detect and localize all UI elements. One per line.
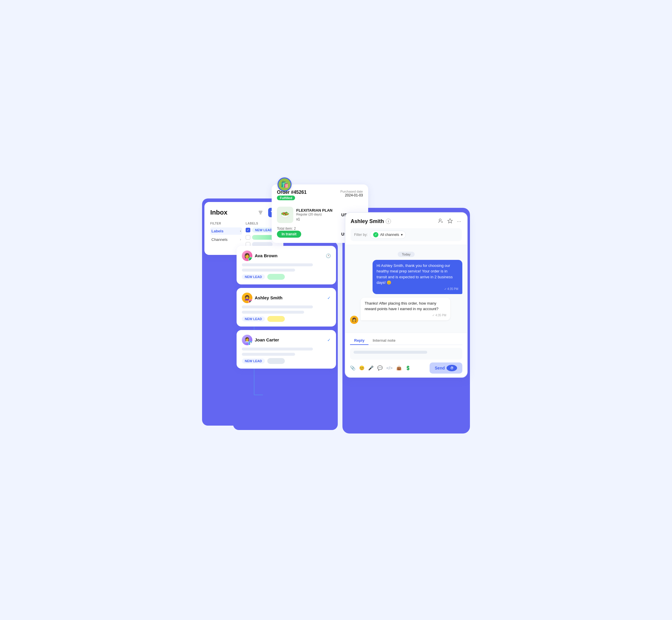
ashley-text-2 [242, 311, 304, 314]
info-icon[interactable]: i [386, 219, 391, 224]
ava-name: Ava Brown [255, 253, 278, 258]
all-channels-label: All channels [380, 233, 399, 237]
joan-tags: NEW LEAD [242, 358, 331, 364]
incoming-message-text: Thanks! After placing this order, how ma… [365, 301, 438, 311]
reply-tabs: Reply Internal note [350, 337, 462, 345]
date-divider: Today [350, 251, 462, 257]
bag-icon[interactable]: 👜 [396, 365, 402, 371]
ashley-text-1 [242, 305, 313, 308]
send-schedule-icon[interactable]: ⏱ [446, 365, 457, 371]
ashley-name-row: 👩‍🦱 📷 Ashley Smith [242, 293, 283, 303]
incoming-message: Thanks! After placing this order, how ma… [361, 298, 450, 320]
incoming-time-value: 4:35 PM [435, 313, 446, 317]
ava-header: 👩 ✓ Ava Brown 🕐 [242, 251, 331, 261]
ashley-check-icon: ✓ [327, 296, 331, 300]
internal-note-tab[interactable]: Internal note [369, 337, 399, 345]
ashley-name: Ashley Smith [255, 295, 283, 300]
green-label-checkbox[interactable] [246, 235, 250, 240]
chat-actions: ··· [437, 217, 462, 225]
ava-text-1 [242, 263, 313, 266]
joan-channel-badge: 💬 [248, 341, 252, 345]
product-details: FLEXITARIAN PLAN Regular (20 days) x1 [296, 208, 338, 221]
ashley-header: 👩‍🦱 📷 Ashley Smith ✓ [242, 293, 331, 303]
fulfilled-badge: Fulfilled [277, 196, 295, 200]
contact-card-ava[interactable]: 👩 ✓ Ava Brown 🕐 NEW LEAD [237, 246, 336, 285]
ashley-channel-badge: 📷 [248, 299, 252, 303]
labels-filter-item[interactable]: Labels › [210, 227, 242, 235]
incoming-avatar: 👩 [350, 316, 358, 324]
inbox-header: Inbox [210, 208, 278, 217]
svg-marker-9 [448, 218, 452, 223]
sort-button[interactable] [256, 208, 265, 217]
product-sub: Regular (20 days) [296, 212, 338, 216]
ava-green-tag [267, 274, 285, 280]
dollar-icon[interactable]: 💲 [405, 365, 411, 371]
contact-cards: 👩 ✓ Ava Brown 🕐 NEW LEAD 👩‍🦱 [237, 246, 336, 369]
product-qty: x1 [296, 217, 338, 221]
ava-new-lead: NEW LEAD [242, 274, 265, 279]
new-lead-checkbox[interactable]: ✓ [246, 228, 250, 232]
inbox-title: Inbox [210, 209, 228, 216]
joan-text-1 [242, 348, 313, 351]
chat-title-row: Ashley Smith i [351, 217, 462, 225]
ava-tags: NEW LEAD [242, 274, 331, 280]
filter-by-label: Filter by: [354, 233, 368, 237]
chat-name-text: Ashley Smith [351, 218, 384, 224]
all-channels-button[interactable]: ✓ All channels ▾ [370, 230, 406, 239]
filter-col: FILTER Labels › Channels › [210, 222, 242, 249]
emoji-icon[interactable]: 😊 [359, 365, 365, 371]
joan-header: 👩‍💼 💬 Joan Carter ✓ [242, 335, 331, 345]
filter-label: FILTER [210, 222, 242, 225]
joan-new-lead: NEW LEAD [242, 358, 265, 364]
code-icon[interactable]: </> [386, 365, 393, 370]
joan-check-icon: ✓ [327, 338, 331, 342]
star-button[interactable] [447, 217, 453, 225]
outgoing-message-time: ✓ 4:35 PM [377, 287, 458, 291]
channels-filter-item[interactable]: Channels › [210, 236, 242, 243]
contact-card-joan[interactable]: 👩‍💼 💬 Joan Carter ✓ NEW LEAD [237, 330, 336, 369]
outgoing-message-text: Hi Ashley Smith, thank you for choosing … [377, 263, 453, 285]
more-options-button[interactable]: ··· [456, 218, 462, 225]
whatsapp-filter-icon: ✓ [373, 232, 378, 237]
reply-tab[interactable]: Reply [350, 337, 369, 345]
send-button[interactable]: Send ⏱ [430, 362, 462, 374]
joan-name: Joan Carter [255, 337, 279, 342]
product-name: FLEXITARIAN PLAN [296, 208, 338, 212]
chat-contact-name: Ashley Smith i [351, 218, 391, 224]
ashley-yellow-tag [267, 316, 285, 322]
joan-avatar: 👩‍💼 💬 [242, 335, 252, 345]
incoming-row: 👩 Thanks! After placing this order, how … [350, 298, 462, 324]
add-contact-button[interactable] [437, 217, 444, 225]
attachment-icon[interactable]: 📎 [350, 365, 355, 371]
outgoing-message: Hi Ashley Smith, thank you for choosing … [373, 260, 462, 294]
channel-filter-bar: Filter by: ✓ All channels ▾ [351, 228, 462, 241]
reply-input-area[interactable] [350, 348, 462, 360]
purchased-date-label: Purchased date [340, 190, 363, 193]
chat-icon[interactable]: 💬 [377, 365, 383, 371]
outgoing-time-value: 4:35 PM [447, 287, 458, 291]
ashley-avatar: 👩‍🦱 📷 [242, 293, 252, 303]
chat-header: Ashley Smith i [345, 213, 467, 245]
chat-panel: Ashley Smith i [345, 212, 468, 378]
reply-toolbar: 📎 😊 🎤 💬 </> 👜 💲 Send ⏱ [350, 362, 462, 374]
ava-text-2 [242, 269, 295, 271]
ava-avatar: 👩 ✓ [242, 251, 252, 261]
contact-card-ashley[interactable]: 👩‍🦱 📷 Ashley Smith ✓ NEW LEAD [237, 288, 336, 326]
joan-text-2 [242, 353, 295, 356]
reply-bar: Reply Internal note 📎 😊 🎤 💬 </> 👜 💲 Send [345, 333, 467, 377]
ashley-tags: NEW LEAD [242, 316, 331, 322]
mic-icon[interactable]: 🎤 [368, 365, 374, 371]
joan-gray-tag [267, 358, 285, 364]
order-header: Order #45261 Fulfilled Purchased date 20… [277, 190, 363, 204]
incoming-message-time: ✓ 4:35 PM [365, 313, 446, 317]
ava-channel-badge: ✓ [248, 257, 252, 261]
ellipsis-icon: ··· [457, 218, 461, 224]
send-label: Send [435, 366, 445, 370]
ava-name-row: 👩 ✓ Ava Brown [242, 251, 278, 261]
shopify-icon: 🛍️ [278, 177, 292, 192]
filter-section: FILTER Labels › Channels › LABELS ✓ NEW … [210, 222, 278, 249]
ashley-new-lead: NEW LEAD [242, 316, 265, 321]
channels-filter-label: Channels [211, 237, 228, 242]
filter-chevron-down: ▾ [401, 233, 403, 237]
labels-filter-label: Labels [211, 229, 224, 233]
